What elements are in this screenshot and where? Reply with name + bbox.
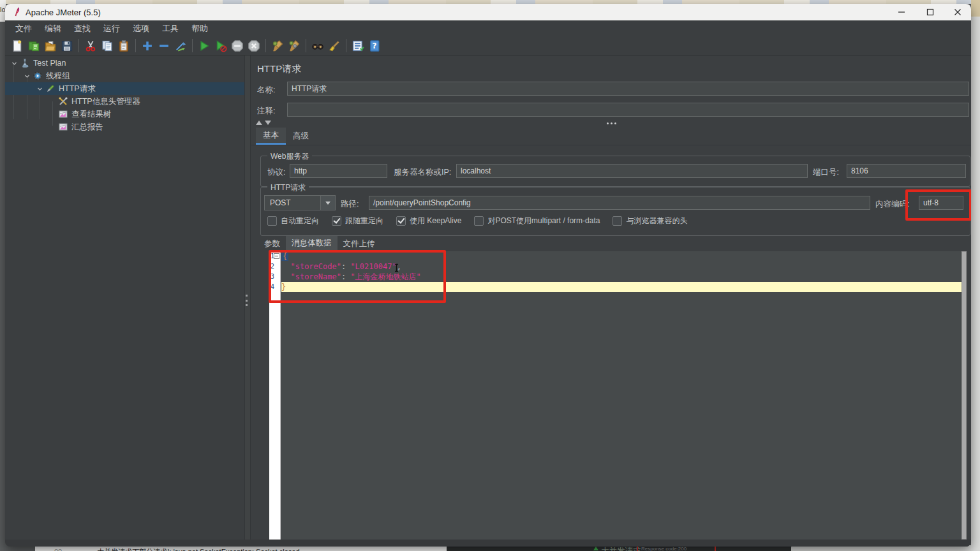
chevron-spacer bbox=[47, 122, 57, 132]
splitter-dots[interactable] bbox=[607, 122, 616, 124]
edit-arrows-button[interactable] bbox=[172, 38, 189, 54]
unchecked-checkbox-icon[interactable] bbox=[612, 216, 622, 226]
menu-帮助[interactable]: 帮助 bbox=[185, 20, 214, 36]
menu-文件[interactable]: 文件 bbox=[9, 20, 38, 36]
shutdown-button[interactable] bbox=[246, 38, 262, 54]
clear-search-button[interactable] bbox=[326, 38, 343, 54]
server-label: 服务器名称或IP: bbox=[394, 167, 451, 178]
chevron-down-icon[interactable] bbox=[9, 58, 19, 68]
splitter-collapse-controls[interactable] bbox=[256, 121, 271, 125]
editor-gutter: 1234 bbox=[269, 251, 281, 540]
jmeter-window: Apache JMeter (5.5) 文件编辑查找运行选项工具帮助 ? Tes… bbox=[5, 4, 971, 547]
unchecked-checkbox-icon[interactable] bbox=[267, 216, 277, 226]
tree-item-线程组[interactable]: 线程组 bbox=[5, 70, 244, 82]
minimize-button[interactable] bbox=[891, 4, 912, 20]
http-request-legend: HTTP请求 bbox=[267, 182, 309, 193]
help-button[interactable]: ? bbox=[366, 38, 383, 54]
copy-button[interactable] bbox=[99, 38, 115, 54]
body-tab-消息体数据[interactable]: 消息体数据 bbox=[286, 236, 338, 251]
option-对POST使用multipart / form-data[interactable]: 对POST使用multipart / form-data bbox=[474, 216, 600, 226]
add-button[interactable] bbox=[139, 38, 156, 54]
panel-splitter[interactable] bbox=[244, 55, 251, 540]
basic-advanced-tabs: 基本高级 bbox=[251, 128, 971, 145]
paste-button[interactable] bbox=[115, 38, 132, 54]
tree-item-HTTP请求[interactable]: HTTP请求 bbox=[5, 82, 244, 95]
code-line-2[interactable]: "storeCode": "L0210047", bbox=[281, 261, 961, 272]
menu-查找[interactable]: 查找 bbox=[68, 20, 97, 36]
editor-scrollbar[interactable] bbox=[961, 251, 967, 540]
fold-collapse-icon[interactable] bbox=[274, 253, 279, 259]
option-使用 KeepAlive[interactable]: 使用 KeepAlive bbox=[396, 216, 461, 226]
checked-checkbox-icon[interactable] bbox=[396, 216, 406, 226]
line-number: 1 bbox=[269, 251, 280, 261]
code-line-1[interactable]: { bbox=[281, 251, 961, 261]
web-server-group: Web服务器 协议: http 服务器名称或IP: localhost 端口号:… bbox=[260, 156, 970, 187]
start-no-timers-button[interactable] bbox=[212, 38, 229, 54]
token-str: "L0210047" bbox=[350, 262, 396, 271]
menu-工具[interactable]: 工具 bbox=[156, 20, 185, 36]
token-ind bbox=[281, 272, 290, 281]
server-input[interactable]: localhost bbox=[456, 164, 808, 178]
editor-code-area[interactable]: { "storeCode": "L0210047", "storeName": … bbox=[281, 251, 961, 540]
stop-button[interactable] bbox=[229, 38, 246, 54]
checked-checkbox-icon[interactable] bbox=[332, 216, 341, 226]
name-input[interactable]: HTTP请求 bbox=[287, 82, 969, 96]
results-tree-icon bbox=[57, 109, 69, 119]
collapse-up-icon[interactable] bbox=[256, 121, 262, 125]
tree-item-汇总报告[interactable]: 汇总报告 bbox=[5, 121, 244, 133]
remove-button[interactable] bbox=[156, 38, 172, 54]
chevron-down-icon[interactable] bbox=[34, 84, 45, 94]
clear-button[interactable] bbox=[269, 38, 286, 54]
method-dropdown-button[interactable] bbox=[320, 196, 335, 210]
body-tab-参数[interactable]: 参数 bbox=[258, 236, 286, 251]
tab-基本[interactable]: 基本 bbox=[256, 128, 286, 145]
tree-item-HTTP信息头管理器[interactable]: HTTP信息头管理器 bbox=[5, 95, 244, 108]
body-data-tabs: 参数消息体数据文件上传 bbox=[258, 236, 381, 251]
tab-高级[interactable]: 高级 bbox=[286, 128, 316, 145]
option-自动重定向[interactable]: 自动重定向 bbox=[267, 216, 319, 226]
chevron-down-icon[interactable] bbox=[22, 71, 32, 81]
splitter-grip[interactable] bbox=[246, 295, 248, 306]
toolbar-separator bbox=[265, 39, 266, 52]
body-tab-文件上传[interactable]: 文件上传 bbox=[338, 236, 381, 251]
title-bar: Apache JMeter (5.5) bbox=[5, 4, 971, 20]
maximize-button[interactable] bbox=[919, 4, 941, 20]
encoding-input[interactable]: utf-8 bbox=[919, 196, 963, 210]
up-arrow-icon bbox=[593, 547, 598, 550]
save-button[interactable] bbox=[59, 38, 75, 54]
option-跟随重定向[interactable]: 跟随重定向 bbox=[332, 216, 383, 226]
menu-运行[interactable]: 运行 bbox=[97, 20, 126, 36]
body-data-editor[interactable]: 1234 { "storeCode": "L0210047", "storeNa… bbox=[269, 251, 961, 540]
port-input[interactable]: 8106 bbox=[847, 164, 966, 178]
open-file-button[interactable] bbox=[42, 38, 59, 54]
unchecked-checkbox-icon[interactable] bbox=[474, 216, 484, 226]
templates-button[interactable] bbox=[26, 38, 42, 54]
menu-编辑[interactable]: 编辑 bbox=[38, 20, 68, 36]
clear-all-button[interactable] bbox=[286, 38, 302, 54]
option-label: 使用 KeepAlive bbox=[410, 216, 461, 226]
comment-input[interactable] bbox=[287, 103, 969, 117]
search-button[interactable] bbox=[309, 38, 326, 54]
code-line-4[interactable]: } bbox=[281, 282, 961, 292]
path-input[interactable]: /point/queryPointShopConfig bbox=[369, 196, 870, 210]
close-button[interactable] bbox=[947, 4, 969, 20]
function-helper-button[interactable] bbox=[350, 38, 366, 54]
code-line-3[interactable]: "storeName": "上海金桥地铁站店" bbox=[281, 272, 961, 282]
window-footer bbox=[5, 540, 971, 547]
menu-选项[interactable]: 选项 bbox=[126, 20, 156, 36]
toolbar-separator bbox=[135, 39, 136, 52]
summary-report-icon bbox=[57, 122, 69, 132]
token-brace: } bbox=[281, 283, 286, 291]
tree-item-Test Plan[interactable]: Test Plan bbox=[5, 57, 244, 70]
menu-bar: 文件编辑查找运行选项工具帮助 bbox=[5, 20, 971, 36]
option-与浏览器兼容的头[interactable]: 与浏览器兼容的头 bbox=[612, 216, 687, 226]
line-number: 3 bbox=[269, 272, 280, 282]
protocol-input[interactable]: http bbox=[290, 164, 387, 178]
method-select[interactable]: POST bbox=[264, 195, 336, 210]
collapse-down-icon[interactable] bbox=[265, 121, 271, 125]
start-button[interactable] bbox=[196, 38, 212, 54]
cut-button[interactable] bbox=[82, 38, 99, 54]
path-label: 路径: bbox=[341, 199, 359, 210]
tree-item-查看结果树[interactable]: 查看结果树 bbox=[5, 108, 244, 121]
new-file-button[interactable] bbox=[9, 38, 26, 54]
